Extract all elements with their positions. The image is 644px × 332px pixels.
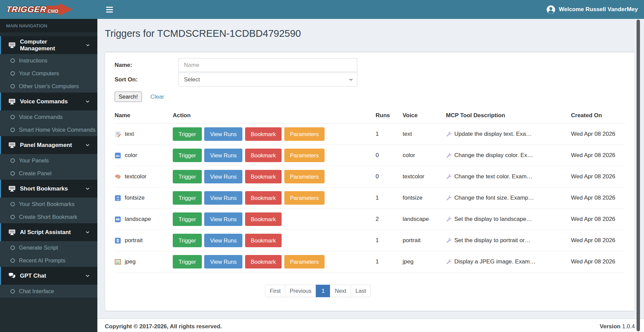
sidebar-item-short-bookmarks[interactable]: Short Bookmarks: [0, 180, 97, 198]
created-on: Wed Apr 08 2026: [571, 230, 625, 251]
bookmark-button[interactable]: Bookmark: [245, 191, 282, 205]
parameters-button[interactable]: Parameters: [284, 170, 325, 183]
sidebar-item-your-computers[interactable]: Your Computers: [0, 67, 97, 80]
circle-icon: [10, 215, 15, 219]
bookmark-button[interactable]: Bookmark: [245, 255, 282, 269]
content-area: Triggers for TCMDSCREEN-1CDBD4792590 Nam…: [97, 19, 644, 318]
runs-count: 0: [376, 166, 403, 187]
sidebar-item-panel-management[interactable]: Panel Management: [0, 136, 97, 154]
wrench-icon: [446, 259, 452, 265]
sidebar-section-label: MAIN NAVIGATION: [0, 19, 97, 32]
mcp-tool-description: Change the text color. Exam…: [454, 173, 532, 180]
trigger-button[interactable]: Trigger: [173, 255, 202, 269]
sidebar-item-recent-ai-prompts[interactable]: Recent AI Prompts: [0, 254, 97, 267]
pagination-first[interactable]: First: [265, 285, 285, 297]
view-runs-button[interactable]: View Runs: [204, 255, 242, 269]
user-menu[interactable]: Welcome Russell VanderMey: [546, 5, 644, 14]
trigger-name: textcolor: [125, 173, 146, 180]
bookmark-button[interactable]: Bookmark: [245, 149, 282, 162]
sidebar-item-other-users-computers[interactable]: Other User's Computers: [0, 80, 97, 93]
pagination-next[interactable]: Next: [330, 285, 351, 297]
sidebar-item-chat-interface[interactable]: Chat Interface: [0, 285, 97, 298]
bookmark-button[interactable]: Bookmark: [245, 234, 282, 247]
pagination-last[interactable]: Last: [351, 285, 371, 297]
trigger-name: jpeg: [125, 258, 136, 265]
created-on: Wed Apr 08 2026: [571, 209, 625, 230]
circle-icon: [10, 158, 15, 163]
sidebar: MAIN NAVIGATION Computer Management Inst…: [0, 19, 97, 332]
trigger-name: portrait: [125, 237, 143, 244]
bookmark-button[interactable]: Bookmark: [245, 212, 282, 226]
up-down-arrow-icon: [115, 237, 121, 244]
chevron-down-icon: [85, 99, 90, 104]
view-runs-button[interactable]: View Runs: [204, 234, 242, 247]
clear-link[interactable]: Clear: [150, 94, 164, 100]
search-button[interactable]: Search!: [115, 92, 142, 102]
wrench-icon: [446, 216, 452, 222]
parameters-button[interactable]: Parameters: [284, 255, 325, 269]
view-runs-button[interactable]: View Runs: [204, 127, 242, 141]
parameters-button[interactable]: Parameters: [284, 127, 325, 141]
desktop-icon: [8, 142, 16, 149]
voice-name: textcolor: [403, 166, 446, 187]
table-row: fontsize Trigger View Runs Bookmark Para…: [115, 187, 625, 209]
table-row: textcolor Trigger View Runs Bookmark Par…: [115, 166, 625, 187]
bookmark-button[interactable]: Bookmark: [245, 170, 282, 183]
circle-icon: [10, 246, 15, 250]
desktop-icon: [8, 229, 16, 236]
brand-logo[interactable]: TRIGGER CMD: [0, 0, 97, 19]
sidebar-item-voice-commands[interactable]: Voice Commands: [0, 110, 97, 123]
sidebar-item-smart-home-voice-commands[interactable]: Smart Home Voice Commands: [0, 123, 97, 136]
sort-on-select[interactable]: Select: [178, 73, 357, 86]
app-window: TRIGGER CMD Welcome Russell VanderMey MA…: [0, 0, 644, 332]
svg-text:TRIGGER: TRIGGER: [6, 5, 47, 14]
name-input[interactable]: [178, 58, 357, 72]
trigger-button[interactable]: Trigger: [173, 212, 202, 226]
sidebar-item-computer-management[interactable]: Computer Management: [0, 36, 97, 54]
wrench-icon: [446, 238, 452, 244]
sidebar-item-your-short-bookmarks[interactable]: Your Short Bookmarks: [0, 198, 97, 210]
mcp-tool-description: Change the font size. Examp…: [454, 195, 534, 201]
trigger-button[interactable]: Trigger: [173, 170, 202, 183]
sidebar-item-instructions[interactable]: Instructions: [0, 54, 97, 67]
view-runs-button[interactable]: View Runs: [204, 212, 242, 226]
trigger-button[interactable]: Trigger: [173, 234, 202, 247]
bookmark-button[interactable]: Bookmark: [245, 127, 282, 141]
circle-icon: [10, 128, 15, 132]
trigger-name: fontsize: [125, 195, 145, 201]
wrench-icon: [446, 195, 452, 201]
view-runs-button[interactable]: View Runs: [204, 170, 242, 183]
scrollbar[interactable]: [637, 20, 640, 331]
sidebar-item-gpt-chat[interactable]: GPT Chat: [0, 267, 97, 285]
sidebar-item-your-panels[interactable]: Your Panels: [0, 154, 97, 167]
sidebar-toggle-button[interactable]: [106, 0, 122, 19]
view-runs-button[interactable]: View Runs: [204, 149, 242, 162]
sidebar-item-voice-commands-group[interactable]: Voice Commands: [0, 93, 97, 110]
pagination-page-1[interactable]: 1: [316, 285, 330, 297]
pagination-previous[interactable]: Previous: [285, 285, 316, 297]
wrench-icon: [446, 153, 452, 158]
parameters-button[interactable]: Parameters: [284, 191, 325, 205]
copyright-text: Copyright © 2017-2026, All rights reserv…: [105, 323, 222, 330]
view-runs-button[interactable]: View Runs: [204, 191, 242, 205]
sidebar-item-generate-script[interactable]: Generate Script: [0, 241, 97, 254]
trigger-button[interactable]: Trigger: [173, 191, 202, 205]
sidebar-item-create-panel[interactable]: Create Panel: [0, 167, 97, 180]
chevron-down-icon: [86, 43, 90, 48]
column-header-action: Action: [173, 109, 376, 124]
mcp-tool-description: Display a JPEG image. Exam…: [454, 258, 535, 265]
circle-icon: [10, 289, 15, 293]
abcd-icon: [115, 195, 121, 201]
created-on: Wed Apr 08 2026: [571, 251, 625, 273]
column-header-runs: Runs: [376, 109, 403, 124]
trigger-button[interactable]: Trigger: [173, 127, 202, 141]
column-header-mcp-description: MCP Tool Description: [446, 109, 571, 124]
desktop-icon: [8, 42, 16, 49]
sidebar-item-ai-script-assistant[interactable]: AI Script Assistant: [0, 223, 97, 241]
trigger-button[interactable]: Trigger: [173, 149, 202, 162]
parameters-button[interactable]: Parameters: [284, 149, 325, 162]
memo-icon: [115, 131, 121, 137]
circle-icon: [10, 202, 15, 206]
sidebar-item-create-short-bookmark[interactable]: Create Short Bookmark: [0, 210, 97, 223]
voice-name: portrait: [403, 230, 446, 251]
